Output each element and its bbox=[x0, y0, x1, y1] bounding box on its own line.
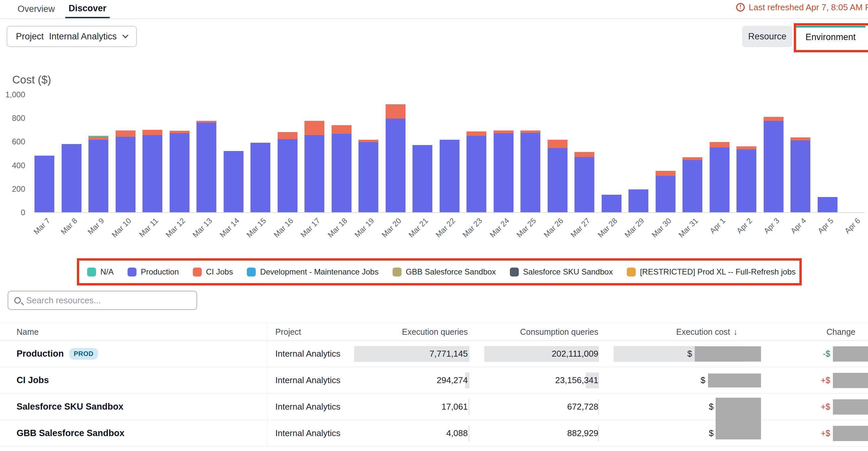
legend-item[interactable]: CI Jobs bbox=[193, 267, 233, 277]
bar-segment-Production bbox=[764, 121, 783, 212]
change-sign: +$ bbox=[820, 402, 830, 412]
table-header-row: Name Project Execution queries Consumpti… bbox=[0, 323, 868, 341]
legend-item[interactable]: GBB Salesforce Sandbox bbox=[393, 267, 496, 277]
x-axis-label: Mar 15 bbox=[245, 216, 268, 239]
execution-queries-value: 7,771,145 bbox=[429, 349, 468, 359]
search-input[interactable] bbox=[26, 295, 190, 305]
bar-segment-Production bbox=[143, 135, 162, 212]
x-axis-label: Mar 17 bbox=[299, 216, 322, 239]
legend-label: [RESTRICTED] Prod XL -- Full-Refresh job… bbox=[640, 267, 796, 277]
consumption-queries-value: 672,728 bbox=[567, 402, 598, 412]
bar-Mar-24 bbox=[494, 130, 514, 212]
legend-item[interactable]: Production bbox=[128, 267, 179, 277]
bar-Apr-5 bbox=[818, 197, 838, 212]
x-axis-label: Mar 21 bbox=[407, 216, 430, 239]
bar-segment-Production bbox=[521, 133, 540, 212]
legend-item[interactable]: [RESTRICTED] Prod XL -- Full-Refresh job… bbox=[627, 267, 796, 277]
bar-segment-Production bbox=[656, 176, 676, 212]
legend-label: CI Jobs bbox=[206, 267, 233, 277]
consumption-queries-value: 882,929 bbox=[567, 428, 598, 439]
bar-segment-CI-Jobs bbox=[116, 130, 135, 137]
bar-Mar-29 bbox=[628, 189, 648, 212]
resource-toggle-button[interactable]: Resource bbox=[742, 26, 793, 47]
column-header-execution-queries[interactable]: Execution queries bbox=[345, 327, 469, 337]
bar-segment-Production bbox=[89, 140, 108, 212]
bar-segment-CI-Jobs bbox=[682, 157, 702, 160]
resource-name: Salesforce SKU Sandbox bbox=[17, 402, 124, 412]
consumption-queries-cell: 882,929 bbox=[469, 420, 599, 446]
execution-queries-cell: 294,274 bbox=[345, 367, 469, 393]
bar-segment-CI-Jobs bbox=[656, 171, 676, 175]
column-header-name[interactable]: Name bbox=[0, 327, 267, 337]
x-axis-label: Apr 6 bbox=[843, 216, 862, 235]
bar-Mar-31 bbox=[682, 157, 702, 212]
table-row[interactable]: Salesforce SKU SandboxInternal Analytics… bbox=[0, 394, 868, 420]
last-refreshed-notice: Last refreshed Apr 7, 8:05 AM PDT bbox=[736, 0, 868, 14]
change-sign: +$ bbox=[820, 428, 830, 438]
bar-segment-Production bbox=[224, 151, 244, 212]
column-header-change[interactable]: Change bbox=[761, 327, 868, 337]
bar-Mar-20 bbox=[385, 104, 405, 212]
table-row[interactable]: CI JobsInternal Analytics294,27423,156,3… bbox=[0, 367, 868, 394]
bar-segment-Production bbox=[575, 157, 594, 212]
column-header-project[interactable]: Project bbox=[267, 323, 345, 341]
search-icon bbox=[14, 297, 21, 304]
environment-toggle-button[interactable]: Environment bbox=[796, 26, 865, 47]
x-axis-label: Apr 2 bbox=[735, 216, 754, 235]
x-axis-label: Mar 7 bbox=[32, 216, 52, 236]
sort-desc-icon: ↓ bbox=[734, 327, 738, 337]
legend-item[interactable]: Development - Maintenance Jobs bbox=[247, 267, 379, 277]
bar-Mar-12 bbox=[169, 131, 189, 212]
x-axis-label: Mar 30 bbox=[650, 216, 673, 239]
last-refreshed-text: Last refreshed Apr 7, 8:05 AM PDT bbox=[749, 2, 868, 12]
legend-item[interactable]: N/A bbox=[87, 267, 114, 277]
column-header-execution-cost[interactable]: Execution cost ↓ bbox=[599, 327, 761, 337]
y-axis-label: 0 bbox=[0, 208, 25, 217]
y-axis: 02004006008001,000 bbox=[0, 71, 25, 220]
y-axis-label: 600 bbox=[0, 137, 25, 147]
project-dropdown[interactable]: Project Internal Analytics bbox=[7, 26, 137, 47]
x-axis-label: Apr 3 bbox=[762, 216, 781, 235]
x-axis-label: Mar 24 bbox=[488, 216, 511, 239]
alert-icon bbox=[736, 3, 745, 11]
legend-label: Production bbox=[141, 267, 179, 277]
x-axis-label: Mar 14 bbox=[218, 216, 241, 239]
redacted-value bbox=[833, 373, 868, 388]
legend-item[interactable]: Salesforce SKU Sandbox bbox=[510, 267, 613, 277]
project-cell: Internal Analytics bbox=[267, 394, 345, 420]
x-axis-label: Mar 9 bbox=[86, 216, 106, 236]
tab-overview[interactable]: Overview bbox=[14, 0, 58, 18]
change-cell: +$ bbox=[761, 367, 868, 393]
bar-Mar-15 bbox=[250, 143, 270, 212]
bar-Apr-1 bbox=[710, 142, 730, 212]
execution-cost-cell: $ bbox=[599, 394, 761, 420]
bar-segment-Production bbox=[440, 140, 460, 212]
table-row[interactable]: ProductionPRODInternal Analytics7,771,14… bbox=[0, 341, 868, 367]
consumption-queries-cell: 23,156,341 bbox=[469, 367, 599, 393]
x-axis-label: Mar 13 bbox=[191, 216, 214, 239]
y-axis-label: 400 bbox=[0, 161, 25, 170]
bar-Mar-19 bbox=[359, 140, 378, 212]
bar-Mar-17 bbox=[305, 121, 324, 212]
bar-segment-Production bbox=[116, 137, 135, 212]
column-header-consumption-queries[interactable]: Consumption queries bbox=[469, 327, 599, 337]
bar-Mar-18 bbox=[332, 125, 351, 212]
bar-segment-Production bbox=[548, 148, 567, 212]
consumption-queries-value: 202,111,009 bbox=[552, 349, 598, 359]
bar-segment-CI-Jobs bbox=[305, 121, 324, 135]
legend-swatch bbox=[87, 267, 96, 277]
bar-segment-Production bbox=[412, 145, 432, 212]
tab-discover[interactable]: Discover bbox=[65, 0, 110, 18]
bar-segment-CI-Jobs bbox=[710, 142, 730, 147]
resource-name: Production bbox=[17, 349, 64, 359]
bar-Mar-27 bbox=[575, 152, 594, 212]
bar-segment-CI-Jobs bbox=[332, 125, 351, 134]
bar-segment-CI-Jobs bbox=[764, 117, 783, 121]
x-axis-label: Mar 11 bbox=[137, 216, 160, 239]
cost-currency-symbol: $ bbox=[709, 428, 714, 439]
x-axis-label: Mar 18 bbox=[326, 216, 349, 239]
x-axis-label: Mar 31 bbox=[677, 216, 700, 239]
consumption-queries-value: 23,156,341 bbox=[555, 375, 598, 385]
bar-segment-Production bbox=[196, 123, 216, 212]
chevron-down-icon bbox=[122, 32, 128, 38]
